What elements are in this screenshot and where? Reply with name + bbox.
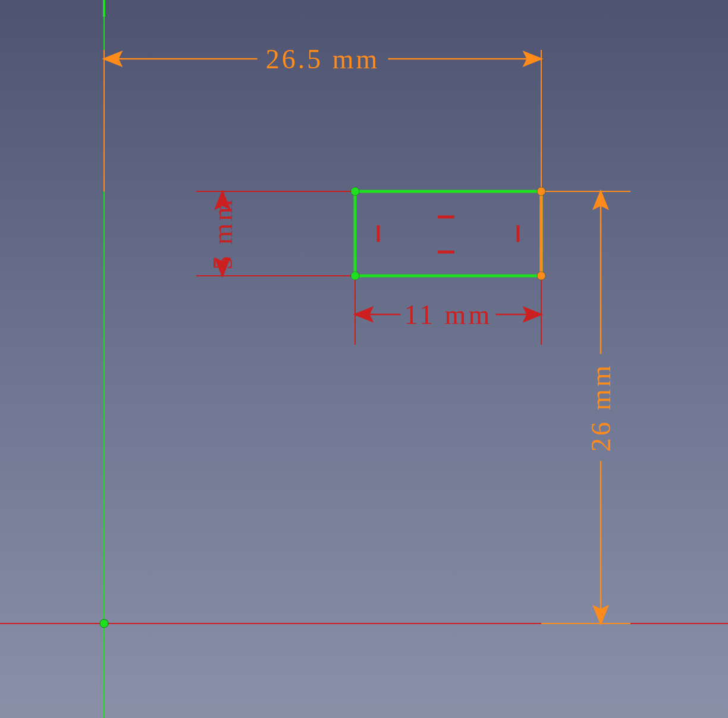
sketch-vertex[interactable] [537,272,545,280]
dim-label-width-overall[interactable]: 26.5 mm [266,44,380,74]
dim-label-height-overall[interactable]: 26 mm [586,363,616,452]
sketch-canvas[interactable]: 26.5 mm 26 mm 11 mm 5 mm [0,0,728,718]
dim-label-rect-width[interactable]: 11 mm [404,300,492,330]
dim-label-rect-height[interactable]: 5 mm [208,197,238,270]
sketch-rectangle[interactable] [355,191,541,276]
sketch-vertex[interactable] [351,272,359,280]
sketch-vertex[interactable] [537,187,545,196]
origin-point[interactable] [100,619,108,628]
sketch-vertex[interactable] [351,187,359,196]
